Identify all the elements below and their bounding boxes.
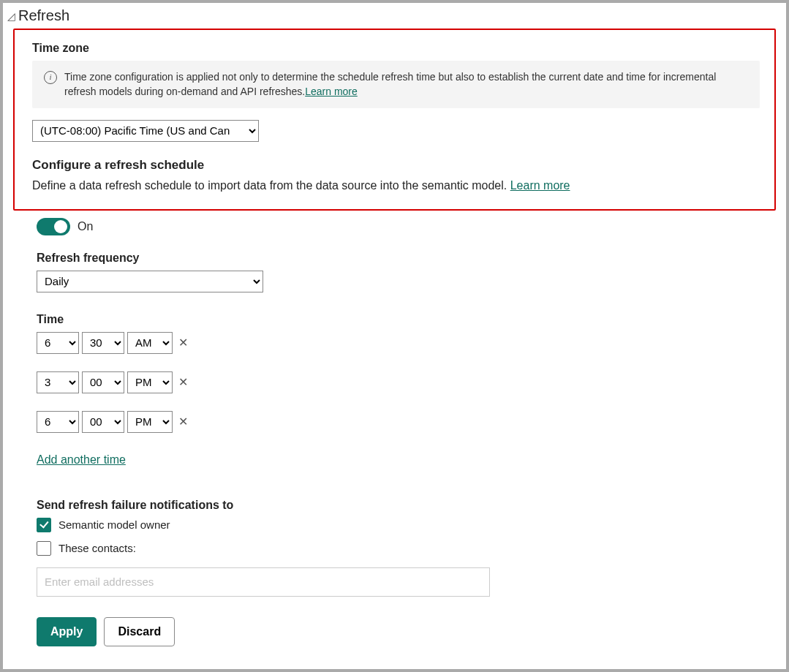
frequency-title: Refresh frequency [37,252,764,265]
highlight-box: Time zone i Time zone configuration is a… [13,29,776,211]
time-ampm-select[interactable]: PM [127,371,173,393]
remove-time-icon[interactable]: ✕ [175,336,188,350]
time-minute-select[interactable]: 30 [82,332,124,354]
contacts-check-row: These contacts: [37,541,764,556]
time-title: Time [37,313,764,326]
time-hour-select[interactable]: 6 [37,332,79,354]
refresh-settings-panel: ◿ Refresh Time zone i Time zone configur… [0,0,789,672]
info-icon: i [44,71,57,84]
owner-checkbox[interactable] [37,518,51,532]
schedule-title: Configure a refresh schedule [32,158,760,173]
contacts-email-input[interactable] [37,567,490,597]
time-row: 6 00 PM ✕ [37,411,764,433]
owner-check-row: Semantic model owner [37,518,764,532]
schedule-desc: Define a data refresh schedule to import… [32,177,760,195]
apply-button[interactable]: Apply [37,617,97,646]
time-minute-select[interactable]: 00 [82,371,124,393]
schedule-toggle[interactable] [37,218,70,235]
settings-body: On Refresh frequency Daily Time 6 30 AM … [10,218,779,646]
time-ampm-select[interactable]: AM [127,332,173,354]
time-minute-select[interactable]: 00 [82,411,124,433]
remove-time-icon[interactable]: ✕ [175,375,188,389]
timezone-title: Time zone [32,42,760,55]
timezone-select[interactable]: (UTC-08:00) Pacific Time (US and Can [32,120,259,142]
time-row: 6 30 AM ✕ [37,332,764,354]
time-row: 3 00 PM ✕ [37,371,764,393]
frequency-select[interactable]: Daily [37,271,263,292]
collapse-icon: ◿ [7,10,15,22]
schedule-learn-more-link[interactable]: Learn more [510,179,570,192]
info-text: Time zone configuration is applied not o… [64,69,748,99]
add-another-time-link[interactable]: Add another time [37,453,126,467]
contacts-checkbox[interactable] [37,541,51,556]
time-ampm-select[interactable]: PM [127,411,173,433]
time-hour-select[interactable]: 3 [37,371,79,393]
section-title: Refresh [18,7,69,24]
toggle-knob [54,220,67,233]
action-buttons: Apply Discard [37,617,764,646]
discard-button[interactable]: Discard [104,617,175,646]
content-area: Time zone i Time zone configuration is a… [3,26,786,654]
notify-title: Send refresh failure notifications to [37,499,764,512]
schedule-toggle-row: On [37,218,764,235]
section-header-refresh[interactable]: ◿ Refresh [3,3,786,26]
owner-label: Semantic model owner [58,518,170,531]
timezone-info-banner: i Time zone configuration is applied not… [32,61,760,108]
remove-time-icon[interactable]: ✕ [175,415,188,429]
time-hour-select[interactable]: 6 [37,411,79,433]
toggle-label: On [78,220,93,233]
timezone-learn-more-link[interactable]: Learn more [305,86,358,97]
contacts-label: These contacts: [58,542,136,554]
